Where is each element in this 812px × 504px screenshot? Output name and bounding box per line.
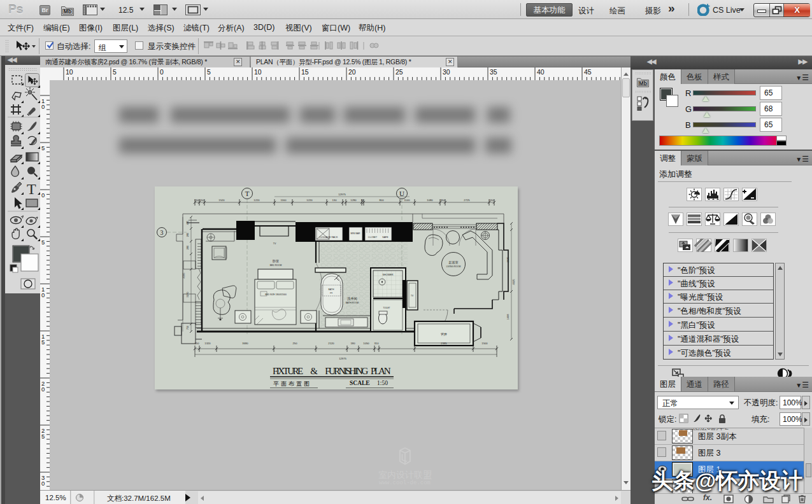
svg-text:150: 150 — [490, 199, 495, 202]
svg-text:150: 150 — [195, 199, 200, 202]
svg-text:1220: 1220 — [306, 199, 313, 202]
svg-text:280: 280 — [186, 245, 189, 249]
svg-text:1500: 1500 — [481, 342, 488, 345]
svg-text:5: 5 — [41, 433, 45, 440]
svg-text:1320: 1320 — [204, 342, 211, 345]
svg-text:1:50: 1:50 — [377, 380, 388, 386]
svg-text:1408: 1408 — [506, 314, 509, 320]
svg-text:35: 35 — [490, 68, 497, 76]
svg-text:BED ROOM: BED ROOM — [270, 264, 282, 267]
svg-text:1080: 1080 — [427, 199, 433, 202]
svg-text:BED SIZE 1800X2000: BED SIZE 1800X2000 — [265, 293, 287, 296]
svg-text:FIXTURE & FURNISHING PLAN: FIXTURE & FURNISHING PLAN — [273, 366, 391, 376]
svg-text:U: U — [399, 190, 404, 197]
svg-text:30: 30 — [361, 199, 364, 202]
svg-text:1140: 1140 — [404, 199, 410, 202]
svg-text:0: 0 — [41, 103, 45, 110]
svg-text:5: 5 — [41, 339, 45, 346]
svg-text:15: 15 — [301, 68, 309, 76]
svg-text:0: 0 — [41, 480, 45, 487]
svg-text:12975: 12975 — [339, 357, 346, 360]
svg-text:350: 350 — [441, 199, 446, 202]
svg-text:TOILET: TOILET — [383, 307, 390, 309]
svg-text:SCALE: SCALE — [350, 380, 370, 386]
svg-text:◄►: ◄► — [329, 291, 333, 294]
svg-text:SHOWER: SHOWER — [382, 274, 393, 276]
svg-text:Mb: Mb — [639, 80, 646, 87]
svg-text:卧室: 卧室 — [273, 259, 279, 263]
svg-text:150: 150 — [195, 342, 200, 345]
svg-text:0: 0 — [41, 192, 45, 199]
svg-text:BATH ROOM: BATH ROOM — [346, 302, 359, 304]
svg-text:800: 800 — [380, 199, 385, 202]
svg-text:2385: 2385 — [441, 342, 447, 345]
svg-text:10: 10 — [254, 68, 262, 76]
svg-text:425: 425 — [186, 220, 189, 225]
svg-text:2120: 2120 — [328, 342, 334, 345]
svg-text:2725: 2725 — [464, 199, 470, 202]
svg-text:1160: 1160 — [280, 199, 287, 202]
svg-text:3: 3 — [160, 229, 164, 236]
svg-text:5: 5 — [41, 144, 45, 151]
svg-text:750: 750 — [186, 325, 189, 330]
svg-text:25: 25 — [395, 68, 403, 76]
svg-text:130: 130 — [332, 199, 338, 202]
svg-text:Mb: Mb — [64, 8, 71, 15]
svg-text:1520: 1520 — [218, 199, 225, 202]
svg-text:1280: 1280 — [350, 199, 357, 202]
svg-text:LUGGAGE RACK: LUGGAGE RACK — [320, 236, 338, 239]
svg-text:280: 280 — [186, 232, 189, 237]
svg-text:3270: 3270 — [186, 291, 189, 298]
svg-text:MINI BAR: MINI BAR — [350, 232, 360, 235]
svg-text:5: 5 — [207, 68, 211, 76]
svg-text:5: 5 — [113, 68, 117, 76]
svg-text:起居室: 起居室 — [449, 260, 459, 265]
svg-text:T: T — [27, 181, 36, 197]
svg-text:洗手间: 洗手间 — [346, 297, 357, 301]
svg-text:1220: 1220 — [253, 199, 260, 202]
svg-text:1050: 1050 — [363, 342, 369, 345]
svg-text:5: 5 — [41, 239, 45, 246]
svg-text:SAFE: SAFE — [382, 236, 388, 239]
svg-text:150: 150 — [200, 199, 205, 202]
svg-text:250: 250 — [293, 342, 298, 345]
svg-text:20: 20 — [348, 68, 356, 76]
svg-text:0: 0 — [41, 291, 45, 298]
svg-text:4395: 4395 — [182, 272, 185, 279]
svg-text:30: 30 — [443, 68, 450, 76]
svg-text:4025: 4025 — [512, 279, 515, 285]
svg-text:3680: 3680 — [242, 342, 248, 345]
svg-text:0: 0 — [160, 68, 164, 76]
svg-text:45: 45 — [584, 68, 592, 76]
svg-text:10: 10 — [66, 68, 73, 76]
svg-text:管井: 管井 — [441, 332, 447, 337]
svg-text:TV: TV — [273, 242, 276, 245]
svg-text:T: T — [245, 190, 250, 197]
svg-text:LIVING ROOM: LIVING ROOM — [446, 265, 461, 268]
svg-text:平面布置图: 平面布置图 — [273, 381, 311, 387]
svg-text:CLOSET: CLOSET — [368, 236, 378, 239]
svg-text:310: 310 — [374, 342, 380, 345]
svg-text:180: 180 — [351, 342, 356, 345]
svg-text:12975: 12975 — [338, 193, 346, 196]
svg-text:BATH: BATH — [329, 288, 334, 291]
svg-text:0: 0 — [41, 386, 45, 393]
svg-text:40: 40 — [537, 68, 545, 76]
svg-text:2625: 2625 — [506, 256, 509, 263]
